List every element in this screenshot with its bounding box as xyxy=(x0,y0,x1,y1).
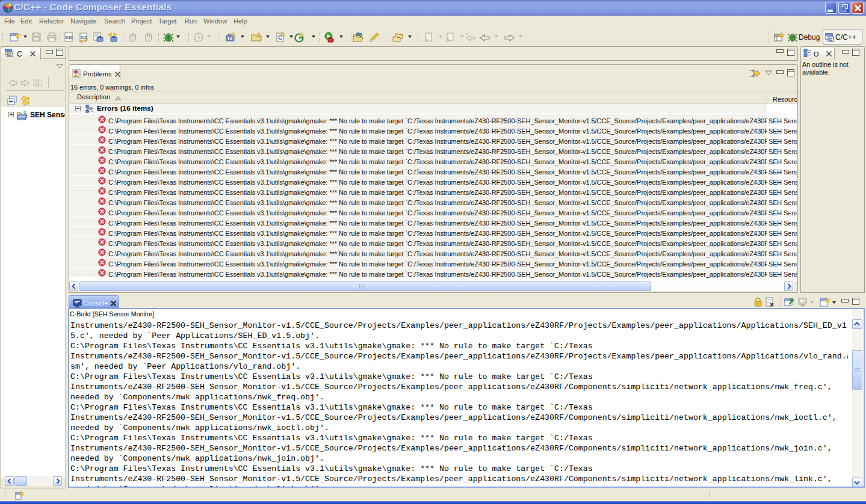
svg-text:C: C xyxy=(8,53,11,57)
svg-text:C: C xyxy=(23,110,26,114)
svg-text:010: 010 xyxy=(66,35,73,40)
svg-text:C: C xyxy=(229,37,232,41)
svg-text:C: C xyxy=(829,37,832,41)
